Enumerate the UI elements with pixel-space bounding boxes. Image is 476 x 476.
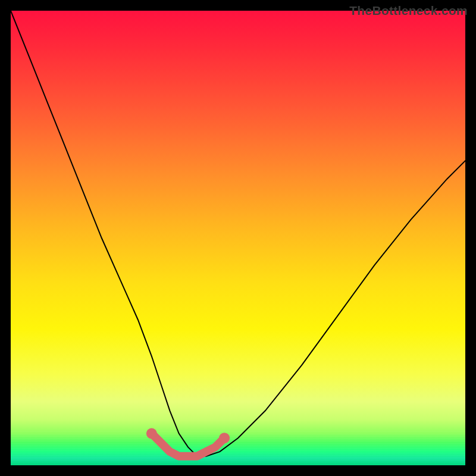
highlight-dot-left xyxy=(146,428,157,439)
watermark-text: TheBottleneck.com xyxy=(349,4,468,18)
curve-svg xyxy=(11,11,465,465)
highlight-dot-right xyxy=(219,433,230,443)
chart-frame: TheBottleneck.com xyxy=(0,0,476,476)
bottleneck-curve-line xyxy=(11,11,465,456)
plot-area xyxy=(11,11,465,465)
highlight-valley-line xyxy=(152,434,224,456)
